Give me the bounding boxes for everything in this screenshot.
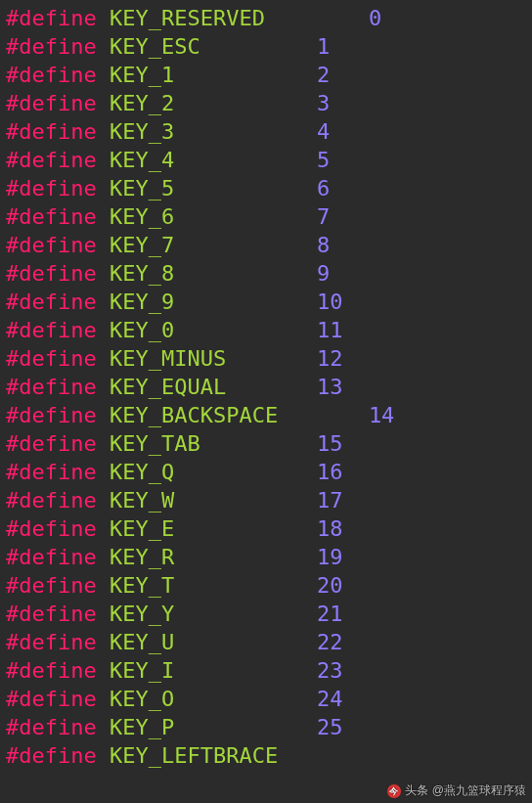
macro-name: KEY_3	[110, 119, 174, 144]
code-line: #define KEY_EQUAL 13	[6, 373, 532, 401]
macro-name: KEY_2	[110, 91, 174, 115]
preproc-directive: #define	[6, 346, 97, 371]
macro-value: 3	[317, 91, 330, 115]
macro-value: 10	[317, 290, 343, 314]
code-line: #define KEY_RESERVED 0	[6, 4, 532, 32]
code-line: #define KEY_TAB 15	[6, 429, 532, 458]
code-line: #define KEY_5 6	[6, 174, 532, 202]
macro-value: 22	[317, 630, 343, 654]
macro-name: KEY_BACKSPACE	[110, 403, 278, 427]
preproc-directive: #define	[6, 148, 97, 172]
macro-value: 16	[317, 460, 343, 484]
macro-name: KEY_Q	[110, 460, 174, 484]
macro-value: 12	[317, 346, 343, 371]
macro-name: KEY_EQUAL	[110, 375, 226, 399]
code-line: #define KEY_R 19	[6, 543, 532, 571]
code-line: #define KEY_BACKSPACE 14	[6, 401, 532, 429]
macro-name: KEY_5	[110, 176, 174, 201]
preproc-directive: #define	[6, 658, 97, 683]
macro-name: KEY_4	[110, 148, 174, 172]
code-line: #define KEY_MINUS 12	[6, 344, 532, 373]
macro-name: KEY_MINUS	[110, 346, 226, 371]
macro-name: KEY_U	[110, 630, 174, 654]
macro-value: 7	[317, 204, 330, 229]
macro-value: 15	[317, 431, 343, 456]
code-line: #define KEY_P 25	[6, 713, 532, 741]
code-line: #define KEY_8 9	[6, 259, 532, 288]
preproc-directive: #define	[6, 687, 97, 711]
code-line: #define KEY_T 20	[6, 571, 532, 600]
preproc-directive: #define	[6, 119, 97, 144]
code-line: #define KEY_3 4	[6, 117, 532, 146]
code-line: #define KEY_7 8	[6, 231, 532, 259]
code-line: #define KEY_2 3	[6, 89, 532, 117]
macro-name: KEY_7	[110, 233, 174, 257]
code-line: #define KEY_4 5	[6, 146, 532, 174]
code-line: #define KEY_ESC 1	[6, 32, 532, 61]
preproc-directive: #define	[6, 715, 97, 739]
preproc-directive: #define	[6, 233, 97, 257]
macro-name: KEY_6	[110, 204, 174, 229]
macro-name: KEY_O	[110, 687, 174, 711]
preproc-directive: #define	[6, 545, 97, 569]
macro-value: 6	[317, 176, 330, 201]
macro-name: KEY_I	[110, 658, 174, 683]
preproc-directive: #define	[6, 630, 97, 654]
macro-name: KEY_P	[110, 715, 174, 739]
watermark-handle: @燕九篮球程序猿	[432, 782, 526, 799]
macro-name: KEY_T	[110, 573, 174, 598]
macro-value: 0	[369, 6, 381, 30]
code-line: #define KEY_E 18	[6, 514, 532, 543]
macro-value: 1	[317, 34, 330, 59]
preproc-directive: #define	[6, 516, 97, 541]
macro-name: KEY_Y	[110, 602, 174, 626]
macro-value: 20	[317, 573, 343, 598]
preproc-directive: #define	[6, 261, 97, 286]
watermark-brand: 头条	[405, 782, 428, 799]
macro-name: KEY_RESERVED	[110, 6, 265, 30]
code-line: #define KEY_9 10	[6, 288, 532, 316]
macro-name: KEY_LEFTBRACE	[110, 743, 278, 768]
macro-value: 11	[317, 318, 343, 342]
preproc-directive: #define	[6, 460, 97, 484]
preproc-directive: #define	[6, 204, 97, 229]
code-line: #define KEY_6 7	[6, 202, 532, 231]
macro-value: 14	[369, 403, 395, 427]
preproc-directive: #define	[6, 403, 97, 427]
macro-value: 4	[317, 119, 330, 144]
macro-value: 13	[317, 375, 343, 399]
macro-value: 23	[317, 658, 343, 683]
preproc-directive: #define	[6, 63, 97, 87]
preproc-directive: #define	[6, 488, 97, 513]
macro-name: KEY_TAB	[110, 431, 200, 456]
macro-value: 8	[317, 233, 330, 257]
code-line: #define KEY_U 22	[6, 628, 532, 656]
macro-name: KEY_1	[110, 63, 174, 87]
macro-name: KEY_8	[110, 261, 174, 286]
macro-value: 5	[317, 148, 330, 172]
macro-name: KEY_9	[110, 290, 174, 314]
code-line: #define KEY_LEFTBRACE	[6, 741, 532, 770]
macro-value: 9	[317, 261, 330, 286]
macro-value: 17	[317, 488, 343, 513]
macro-name: KEY_0	[110, 318, 174, 342]
preproc-directive: #define	[6, 318, 97, 342]
macro-name: KEY_ESC	[110, 34, 200, 59]
macro-value: 25	[317, 715, 343, 739]
macro-value: 24	[317, 687, 343, 711]
preproc-directive: #define	[6, 91, 97, 115]
code-line: #define KEY_0 11	[6, 316, 532, 344]
preproc-directive: #define	[6, 573, 97, 598]
macro-value: 2	[317, 63, 330, 87]
code-line: #define KEY_1 2	[6, 61, 532, 89]
macro-value: 19	[317, 545, 343, 569]
code-line: #define KEY_W 17	[6, 486, 532, 514]
preproc-directive: #define	[6, 375, 97, 399]
code-line: #define KEY_O 24	[6, 685, 532, 713]
macro-value: 18	[317, 516, 343, 541]
watermark: 今 头条 @燕九篮球程序猿	[387, 782, 526, 799]
preproc-directive: #define	[6, 176, 97, 201]
preproc-directive: #define	[6, 6, 97, 30]
toutiao-icon: 今	[387, 784, 401, 798]
macro-name: KEY_R	[110, 545, 174, 569]
